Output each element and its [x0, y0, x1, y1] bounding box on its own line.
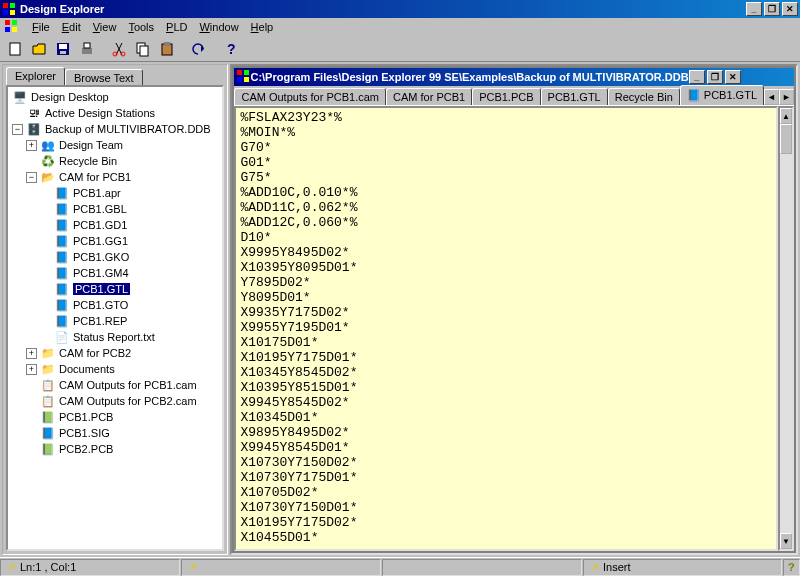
tree-cam-pcb2[interactable]: +📁CAM for PCB2 — [8, 345, 222, 361]
tree-root[interactable]: 🖥️Design Desktop — [8, 89, 222, 105]
vertical-scrollbar[interactable]: ▲ ▼ — [778, 106, 794, 551]
txt-icon: 📄 — [54, 330, 70, 344]
menu-window[interactable]: Window — [193, 19, 244, 35]
tree-camout2[interactable]: 📋CAM Outputs for PCB2.cam — [8, 393, 222, 409]
status-help-button[interactable]: ? — [783, 559, 800, 576]
svg-rect-13 — [84, 43, 90, 48]
tab-browse-text[interactable]: Browse Text — [65, 69, 143, 85]
file-icon: 📘 — [54, 282, 70, 296]
doc-tab-camfor[interactable]: CAM for PCB1 — [386, 88, 472, 105]
tree-file-status[interactable]: 📄Status Report.txt — [8, 329, 222, 345]
menu-file[interactable]: File — [26, 19, 56, 35]
tree-documents[interactable]: +📁Documents — [8, 361, 222, 377]
pcb-icon: 📗 — [40, 442, 56, 456]
svg-rect-12 — [82, 48, 92, 54]
new-icon[interactable] — [4, 38, 26, 60]
minimize-button[interactable]: _ — [746, 2, 762, 16]
svg-text:?: ? — [227, 41, 236, 57]
file-icon: 📘 — [54, 202, 70, 216]
doc-tab-gtl2[interactable]: 📘PCB1.GTL — [680, 85, 764, 105]
doc-close-button[interactable]: ✕ — [725, 70, 741, 84]
tree-file-gko[interactable]: 📘PCB1.GKO — [8, 249, 222, 265]
tab-explorer[interactable]: Explorer — [6, 67, 65, 85]
tree-recycle[interactable]: ♻️Recycle Bin — [8, 153, 222, 169]
copy-icon[interactable] — [132, 38, 154, 60]
scroll-track[interactable] — [780, 124, 792, 533]
tree-design-team[interactable]: +👥Design Team — [8, 137, 222, 153]
status-mode: ↗Insert — [583, 559, 782, 576]
tab-scroll-left-button[interactable]: ◄ — [764, 89, 779, 105]
scroll-down-button[interactable]: ▼ — [780, 533, 792, 549]
tree-file-rep[interactable]: 📘PCB1.REP — [8, 313, 222, 329]
svg-rect-19 — [164, 42, 170, 46]
doc-tab-gtl1[interactable]: PCB1.GTL — [541, 88, 608, 105]
tree-cam-pcb1[interactable]: −📂CAM for PCB1 — [8, 169, 222, 185]
doc-minimize-button[interactable]: _ — [689, 70, 705, 84]
save-icon[interactable] — [52, 38, 74, 60]
file-icon: 📘 — [54, 314, 70, 328]
tree-file-gto[interactable]: 📘PCB1.GTO — [8, 297, 222, 313]
statusbar: ↗Ln:1 , Col:1 ↗ ↗Insert ? — [0, 557, 800, 576]
expand-icon[interactable]: + — [26, 348, 37, 359]
expand-icon[interactable]: + — [26, 364, 37, 375]
file-icon: 📘 — [54, 266, 70, 280]
toolbar: ? — [0, 36, 800, 62]
svg-rect-8 — [10, 43, 20, 55]
paste-icon[interactable] — [156, 38, 178, 60]
tree-pcb2[interactable]: 📗PCB2.PCB — [8, 441, 222, 457]
text-editor[interactable]: %FSLAX23Y23*% %MOIN*% G70* G01* G75* %AD… — [234, 106, 778, 551]
tree-pcb1sig[interactable]: 📘PCB1.SIG — [8, 425, 222, 441]
main-titlebar: Design Explorer _ ❐ ✕ — [0, 0, 800, 18]
tree-file-gg1[interactable]: 📘PCB1.GG1 — [8, 233, 222, 249]
tree-pcb1[interactable]: 📗PCB1.PCB — [8, 409, 222, 425]
team-icon: 👥 — [40, 138, 56, 152]
cam-icon: 📋 — [40, 394, 56, 408]
tree-file-gtl[interactable]: 📘PCB1.GTL — [8, 281, 222, 297]
tree-file-gbl[interactable]: 📘PCB1.GBL — [8, 201, 222, 217]
doc-tab-pcb[interactable]: PCB1.PCB — [472, 88, 540, 105]
monitor-icon: 🖳 — [26, 106, 42, 120]
document-path: C:\Program Files\Design Explorer 99 SE\E… — [250, 71, 688, 83]
svg-rect-1 — [10, 3, 15, 8]
print-icon[interactable] — [76, 38, 98, 60]
collapse-icon[interactable]: − — [26, 172, 37, 183]
svg-rect-6 — [5, 27, 10, 32]
close-button[interactable]: ✕ — [782, 2, 798, 16]
doc-tab-camout[interactable]: CAM Outputs for PCB1.cam — [234, 88, 386, 105]
cut-icon[interactable] — [108, 38, 130, 60]
svg-rect-24 — [244, 77, 249, 82]
svg-rect-11 — [60, 51, 66, 54]
file-icon: 📘 — [54, 186, 70, 200]
tree-active-stations[interactable]: 🖳Active Design Stations — [8, 105, 222, 121]
tab-scroll-right-button[interactable]: ► — [779, 89, 794, 105]
app-title: Design Explorer — [20, 3, 746, 15]
tree-file-gm4[interactable]: 📘PCB1.GM4 — [8, 265, 222, 281]
undo-icon[interactable] — [188, 38, 210, 60]
menu-help[interactable]: Help — [245, 19, 280, 35]
collapse-icon[interactable]: − — [12, 124, 23, 135]
file-icon: 📘 — [54, 298, 70, 312]
tree-backup-ddb[interactable]: −🗄️Backup of MULTIVIBRATOR.DDB — [8, 121, 222, 137]
tree-file-gd1[interactable]: 📘PCB1.GD1 — [8, 217, 222, 233]
document-tabs: CAM Outputs for PCB1.cam CAM for PCB1 PC… — [234, 86, 794, 106]
menu-pld[interactable]: PLD — [160, 19, 193, 35]
design-tree[interactable]: 🖥️Design Desktop 🖳Active Design Stations… — [6, 85, 224, 551]
open-icon[interactable] — [28, 38, 50, 60]
menu-tools[interactable]: Tools — [122, 19, 160, 35]
tree-file-apr[interactable]: 📘PCB1.apr — [8, 185, 222, 201]
explorer-panel: Explorer Browse Text 🖥️Design Desktop 🖳A… — [2, 64, 228, 555]
scroll-thumb[interactable] — [780, 124, 792, 154]
doc-tab-recycle[interactable]: Recycle Bin — [608, 88, 680, 105]
maximize-button[interactable]: ❐ — [764, 2, 780, 16]
scroll-up-button[interactable]: ▲ — [780, 108, 792, 124]
status-cell3 — [382, 559, 582, 576]
tree-camout1[interactable]: 📋CAM Outputs for PCB1.cam — [8, 377, 222, 393]
menu-edit[interactable]: Edit — [56, 19, 87, 35]
expand-icon[interactable]: + — [26, 140, 37, 151]
svg-rect-2 — [3, 10, 8, 15]
svg-text:?: ? — [788, 561, 795, 573]
menu-view[interactable]: View — [87, 19, 123, 35]
help-icon[interactable]: ? — [220, 38, 242, 60]
folder-icon: 📁 — [40, 362, 56, 376]
doc-maximize-button[interactable]: ❐ — [707, 70, 723, 84]
